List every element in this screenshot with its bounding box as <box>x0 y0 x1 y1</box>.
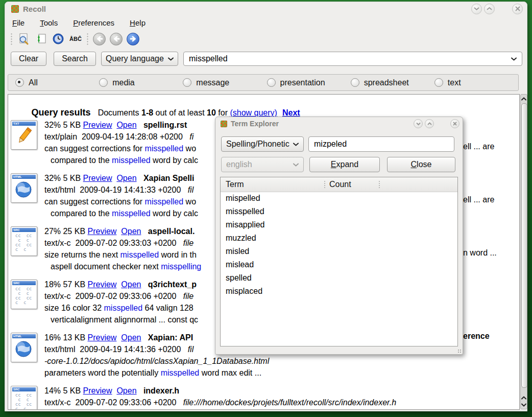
expansion-mode-select[interactable]: Spelling/Phonetic <box>221 136 304 152</box>
result-text: can suggest corrections for <box>44 144 145 153</box>
column-header-term[interactable]: Term <box>226 177 244 192</box>
preview-link[interactable]: Preview <box>83 121 112 129</box>
menu-help[interactable]: Help <box>130 18 146 27</box>
term-explorer-spell-icon[interactable]: ÅBĈ <box>68 32 83 46</box>
result-text: 16% 13 KB <box>44 333 88 342</box>
minimize-icon[interactable] <box>471 4 482 14</box>
preview-link[interactable]: Preview <box>83 386 112 395</box>
dialog-titlebar[interactable]: Term Explorer <box>215 117 463 130</box>
results-range: 1-8 <box>141 108 153 117</box>
clear-button[interactable]: Clear <box>11 52 46 66</box>
result-text: 14% 5 KB <box>44 386 83 395</box>
open-link[interactable]: Open <box>121 333 141 342</box>
preview-link[interactable]: Preview <box>88 280 117 289</box>
search-input[interactable]: misspelled <box>183 52 522 66</box>
term-row[interactable]: misplaced <box>221 285 457 298</box>
result-text: wo <box>183 197 196 206</box>
menu-tools[interactable]: Tools <box>40 18 58 27</box>
toolbar-handle[interactable] <box>10 33 13 45</box>
scroll-up-icon[interactable] <box>521 95 527 102</box>
term-row[interactable]: misapplied <box>221 218 457 231</box>
sort-parameters-icon[interactable] <box>34 32 48 46</box>
result-text <box>116 227 121 236</box>
highlighted-term: misspelled <box>161 368 200 377</box>
open-link[interactable]: Open <box>121 280 141 289</box>
html-file-icon[interactable]: HTML <box>11 333 37 362</box>
open-link[interactable]: Open <box>116 386 136 395</box>
preview-link[interactable]: Preview <box>83 174 112 182</box>
radio-icon[interactable] <box>15 78 24 87</box>
toolbar-handle[interactable] <box>86 33 89 45</box>
scroll-up-icon[interactable] <box>521 394 527 401</box>
src-file-icon[interactable]: SRCcc cc c c cc cc c c <box>11 226 37 256</box>
next-page-link[interactable]: Next <box>282 108 300 117</box>
query-language-select[interactable]: Query language <box>101 52 178 66</box>
menu-preferences[interactable]: Preferences <box>73 18 114 27</box>
column-resize-handle[interactable] <box>379 181 380 188</box>
scrollbar-thumb[interactable] <box>521 103 527 388</box>
next-page-icon[interactable] <box>127 33 139 45</box>
term-row[interactable]: misled <box>221 245 457 258</box>
open-link[interactable]: Open <box>116 174 136 182</box>
close-button[interactable]: Close <box>387 157 455 172</box>
minimize-icon[interactable] <box>414 119 423 128</box>
category-radio-presentation[interactable]: presentation <box>267 78 351 87</box>
menu-file[interactable]: File <box>12 18 25 27</box>
result-line: text/x-c 2009-07-02 09:33:06 +0200 file:… <box>44 397 514 408</box>
language-select: english <box>221 157 304 172</box>
expand-button[interactable]: Expand <box>309 157 380 172</box>
html-file-icon[interactable]: HTML <box>11 173 37 203</box>
maximize-icon[interactable] <box>484 4 495 14</box>
result-title: indexer.h <box>143 386 179 395</box>
open-link[interactable]: Open <box>116 121 136 129</box>
history-clock-icon[interactable] <box>51 32 65 46</box>
radio-icon[interactable] <box>351 78 359 87</box>
resize-grip[interactable] <box>457 349 462 353</box>
highlighted-term: misspelled <box>112 156 151 165</box>
term-row[interactable]: mispelled <box>221 192 457 205</box>
term-row[interactable]: mislead <box>221 258 457 271</box>
maximize-icon[interactable] <box>425 119 434 128</box>
radio-icon[interactable] <box>183 78 191 87</box>
term-row[interactable]: misspelled <box>221 205 457 218</box>
result-text <box>116 333 121 342</box>
search-button[interactable]: Search <box>54 52 96 66</box>
previous-page-icon[interactable] <box>110 33 123 45</box>
vertical-scrollbar[interactable] <box>520 94 527 409</box>
result-text: can suggest corrections for <box>44 197 145 206</box>
result-text: verticalalignment alignnormal ... const … <box>51 315 198 324</box>
results-count-text: Documents <box>98 108 141 117</box>
titlebar[interactable]: Recoll <box>5 2 527 15</box>
close-icon[interactable] <box>450 119 460 128</box>
show-query-details-icon[interactable] <box>16 32 31 46</box>
radio-icon[interactable] <box>99 78 108 87</box>
src-file-icon[interactable]: SRCcc cc c c cc cc c c <box>11 280 37 309</box>
radio-icon[interactable] <box>434 78 443 87</box>
term-row[interactable]: spelled <box>221 271 457 285</box>
column-header-count[interactable]: Count <box>329 177 351 192</box>
first-page-icon[interactable] <box>93 33 106 45</box>
category-radio-all[interactable]: All <box>15 78 99 87</box>
category-radio-spreadsheet[interactable]: spreadsheet <box>351 78 434 87</box>
category-radio-message[interactable]: message <box>183 78 267 87</box>
term-row[interactable]: muzzled <box>221 231 457 245</box>
category-radio-media[interactable]: media <box>99 78 183 87</box>
scroll-down-icon[interactable] <box>521 401 527 408</box>
recoll-app-icon <box>221 121 227 127</box>
result-text: text/x-c 2009-07-02 09:33:03 +0200 <box>44 239 183 247</box>
category-label: media <box>112 78 135 87</box>
term-input[interactable]: mizpeled <box>308 136 454 152</box>
txt-file-icon[interactable]: TXT <box>11 120 37 150</box>
radio-icon[interactable] <box>267 78 276 87</box>
column-resize-handle[interactable] <box>324 181 325 188</box>
result-text: text/x-c 2009-07-02 09:33:06 +0200 <box>44 398 183 407</box>
open-link[interactable]: Open <box>121 227 141 236</box>
preview-link[interactable]: Preview <box>88 227 117 236</box>
close-icon[interactable] <box>512 4 523 14</box>
src-file-icon[interactable]: SRCcc cc c c cc cc c c <box>11 386 37 410</box>
result-text: size returns the next <box>44 250 120 259</box>
category-radio-text[interactable]: text <box>434 78 518 87</box>
show-query-link[interactable]: (show query) <box>230 108 277 117</box>
result-title: spelling.rst <box>143 121 187 129</box>
preview-link[interactable]: Preview <box>88 333 117 342</box>
